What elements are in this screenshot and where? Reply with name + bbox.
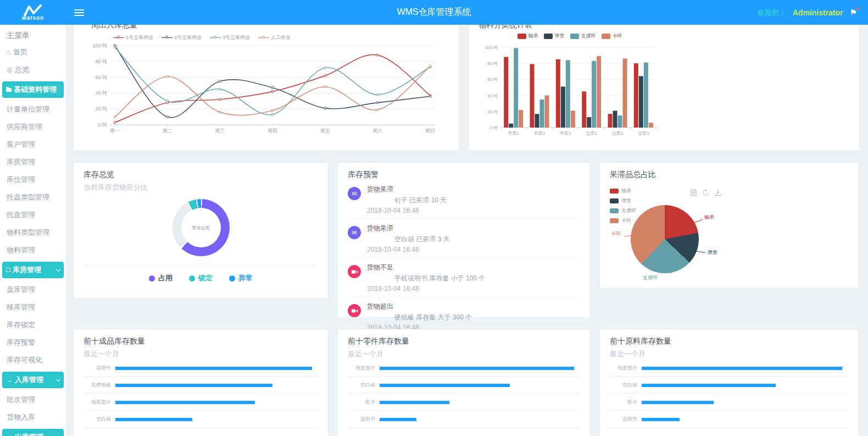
svg-text:20 吨: 20 吨 (487, 109, 498, 114)
sidebar-label: 托盘管理 (7, 210, 35, 220)
legend-item-弹簧[interactable]: 弹簧 (544, 32, 565, 40)
sidebar-item-盘库管理[interactable]: 盘库管理 (0, 281, 66, 299)
alert-list-item[interactable]: ✉货物呆滞钉子 已呆滞 10 天2018-10-04 16:48 (348, 180, 580, 219)
bar-value[interactable] (642, 401, 714, 404)
bar-value[interactable] (115, 367, 312, 370)
bar-value[interactable] (642, 367, 842, 370)
legend-item-2号立库作业[interactable]: 2号立库作业 (162, 34, 202, 41)
sidebar-label: 供应商管理 (7, 122, 42, 132)
bar-track (115, 367, 318, 370)
bar-track (380, 401, 580, 404)
legend-item-人工作业[interactable]: 人工作业 (258, 34, 291, 41)
legend-marker-dot (165, 36, 168, 38)
sidebar-item-首页[interactable]: ⌂首页 (0, 43, 66, 61)
app-logo[interactable]: watson (0, 0, 66, 25)
sidebar-item-库存锁定[interactable]: 库存锁定 (0, 316, 66, 334)
bar-value[interactable] (115, 418, 192, 421)
legend-item-支撑环[interactable]: 支撑环 (570, 32, 596, 40)
legend-item-轴承[interactable]: 轴承 (518, 32, 538, 40)
mail-icon: ✉ (348, 187, 361, 200)
sidebar-label: 首页 (13, 47, 27, 57)
alert-desc: 钉子 已呆滞 10 天 (367, 196, 580, 205)
sidebar-item-货物入库[interactable]: 货物入库 (0, 409, 66, 426)
bar-separator (348, 376, 580, 377)
legend-item-支撑环[interactable]: 支撑环 (610, 207, 636, 214)
data-view-icon[interactable] (690, 189, 697, 198)
chevron-down-icon (56, 267, 60, 271)
alert-title: 货物不足 (367, 263, 580, 272)
svg-text:60 吨: 60 吨 (95, 75, 107, 80)
legend-item-卡环[interactable]: 卡环 (610, 217, 636, 224)
legend-item-锁定[interactable]: 锁定 (189, 273, 213, 283)
weekly-line-chart[interactable]: 0 吨20 吨40 吨60 吨80 吨100 吨周一周二周三周四周五周六周日 (84, 41, 449, 144)
svg-text:40 吨: 40 吨 (487, 93, 498, 98)
username[interactable]: Administrator (793, 8, 843, 17)
pie-graphic[interactable] (631, 205, 699, 273)
flag-notification-icon[interactable]: ⚑ (850, 8, 857, 16)
sidebar-item-托盘管理[interactable]: 托盘管理 (0, 206, 66, 224)
alert-list-item[interactable]: 货物不足手机说明书 库存量 小于 100 个2018-10-04 16:48 (348, 258, 580, 297)
sidebar-item-计量单位管理[interactable]: 计量单位管理 (0, 101, 66, 118)
legend-item-占用[interactable]: 占用 (149, 273, 173, 283)
top-raw-bar-chart[interactable]: 纸质垫片空白箱彩卡说明书 (610, 365, 848, 428)
bar-label: 空白箱 (84, 416, 115, 423)
svg-text:0 吨: 0 吨 (489, 125, 498, 130)
sidebar-item-移库管理[interactable]: 移库管理 (0, 299, 66, 316)
top-parts-bar-chart[interactable]: 纸质垫片空白箱彩卡说明书 (348, 365, 580, 428)
sidebar-item-批次管理[interactable]: 批次管理 (0, 391, 66, 409)
sidebar-group-基础资料管理[interactable]: 基础资料管理 (2, 81, 64, 98)
sidebar-item-客户管理[interactable]: 客户管理 (0, 136, 66, 153)
legend-item-轴承[interactable]: 轴承 (610, 187, 636, 195)
logo-text: watson (22, 15, 44, 21)
bar-separator (610, 410, 848, 411)
legend-marker (113, 37, 124, 38)
sidebar-item-库存可视化[interactable]: 库存可视化 (0, 351, 66, 369)
sidebar-item-物料管理[interactable]: 物料管理 (0, 241, 66, 259)
sidebar-label: 库存可视化 (7, 355, 42, 365)
legend-item-3号立库作业[interactable]: 3号立库作业 (210, 34, 250, 41)
svg-text:60 吨: 60 吨 (487, 77, 498, 82)
alert-list: ✉货物呆滞钉子 已呆滞 10 天2018-10-04 16:48✉货物呆滞空白箱… (348, 180, 580, 335)
bar-value[interactable] (380, 367, 574, 370)
inventory-donut-chart[interactable]: 库存总览 (173, 199, 230, 256)
legend-item-弹簧[interactable]: 弹簧 (610, 197, 636, 205)
bar-value[interactable] (115, 401, 255, 404)
sidebar-group-库房管理[interactable]: 库房管理 (2, 262, 64, 278)
sidebar-item-供应商管理[interactable]: 供应商管理 (0, 118, 66, 136)
sidebar-menu-title: 主菜单 (0, 25, 66, 43)
sidebar-group-入库管理[interactable]: →入库管理 (2, 372, 64, 388)
material-bar-chart[interactable]: 0 吨20 吨40 吨60 吨80 吨100 吨平库1平库2平库3立库1立库2立… (478, 40, 661, 146)
video-icon (348, 304, 361, 317)
sidebar-group-出库管理[interactable]: ←出库管理 (2, 429, 64, 436)
download-icon[interactable] (715, 189, 721, 198)
alert-list-item[interactable]: ✉货物呆滞空白箱 已呆滞 3 天2018-10-04 16:48 (348, 219, 580, 258)
sidebar-item-总览[interactable]: ◎总览 (0, 61, 66, 79)
sidebar-item-物料类型管理[interactable]: 物料类型管理 (0, 224, 66, 241)
bar-value[interactable] (115, 384, 272, 387)
chart-toolbox (690, 189, 721, 198)
sidebar-item-库存预警[interactable]: 库存预警 (0, 334, 66, 351)
bar-value[interactable] (380, 418, 416, 421)
top-finished-bar-chart[interactable]: 说明书瓦楞纸板纸质垫片空白箱 (84, 365, 318, 428)
bar-value[interactable] (380, 401, 449, 404)
bar-value[interactable] (642, 418, 680, 421)
legend-item-1号立库作业[interactable]: 1号立库作业 (113, 34, 153, 41)
card-title: 前十原料库存数量 (610, 336, 848, 346)
legend-item-卡环[interactable]: 卡环 (602, 32, 622, 40)
svg-text:周六: 周六 (372, 128, 382, 134)
legend-marker (258, 37, 269, 38)
legend-label: 轴承 (528, 32, 538, 40)
bar-value[interactable] (380, 384, 510, 387)
legend-item-异常[interactable]: 异常 (229, 273, 253, 283)
refresh-icon[interactable] (702, 189, 709, 198)
menu-toggle-icon[interactable] (74, 8, 84, 18)
box-icon (6, 268, 10, 272)
bar-label: 纸质垫片 (348, 365, 380, 372)
bar-label: 说明书 (610, 416, 642, 423)
sidebar-item-库位管理[interactable]: 库位管理 (0, 171, 66, 189)
stagnant-pie-chart[interactable]: 轴承弹簧支撑环卡环轴承弹簧支撑环卡环 (610, 181, 848, 279)
bar-value[interactable] (642, 384, 776, 387)
sidebar-item-托盘类型管理[interactable]: 托盘类型管理 (0, 189, 66, 206)
sidebar-item-库房管理[interactable]: 库房管理 (0, 153, 66, 171)
legend-swatch (610, 189, 619, 194)
